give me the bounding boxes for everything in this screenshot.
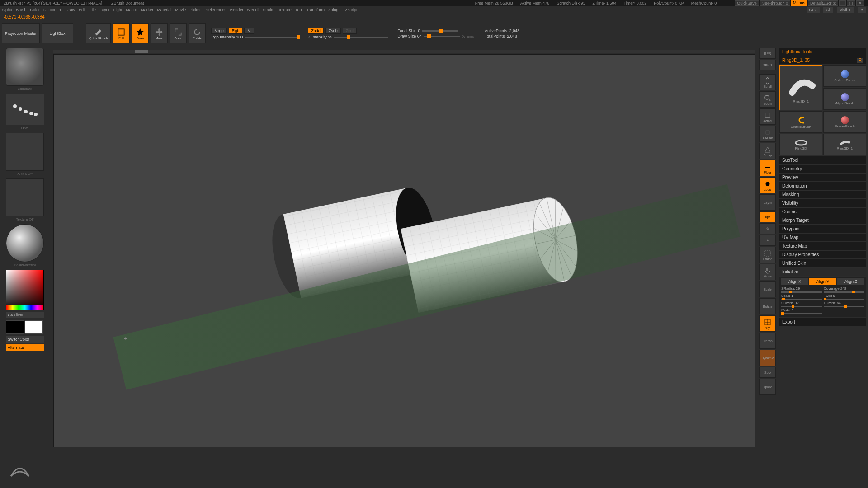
- align-x-button[interactable]: Align X: [781, 278, 808, 285]
- close-icon[interactable]: ✕: [856, 0, 864, 6]
- align-y-button[interactable]: Align Y: [809, 278, 836, 285]
- gradient-button[interactable]: Gradient: [6, 312, 44, 318]
- menu-stencil[interactable]: Stencil: [247, 8, 259, 12]
- menu-brush[interactable]: Brush: [16, 8, 27, 12]
- color-picker[interactable]: [6, 270, 44, 310]
- lightbox-tools-header[interactable]: Lightbox› Tools: [779, 48, 866, 56]
- secondary-color-swatch[interactable]: [6, 320, 24, 334]
- tool-name-display[interactable]: Ring3D_1. 35R: [779, 56, 866, 64]
- menus-button[interactable]: Menus: [791, 0, 807, 6]
- seethrough-slider[interactable]: See-through 0: [760, 0, 790, 6]
- tool-ring3d[interactable]: Ring3D: [779, 134, 822, 155]
- sdivide-slider[interactable]: [781, 306, 822, 307]
- menu-stroke[interactable]: Stroke: [263, 8, 274, 12]
- solo-button[interactable]: Solo: [760, 367, 776, 378]
- viewport[interactable]: +: [53, 54, 755, 447]
- section-uv-map[interactable]: UV Map: [779, 234, 866, 241]
- section-unified-skin[interactable]: Unified Skin: [779, 259, 866, 267]
- menu-picker[interactable]: Picker: [189, 8, 201, 12]
- menu-zplugin[interactable]: Zplugin: [328, 8, 342, 12]
- section-contact[interactable]: Contact: [779, 208, 866, 216]
- menu-macro[interactable]: Macro: [126, 8, 137, 12]
- spix-slider[interactable]: SPix 3: [760, 60, 776, 70]
- section-morph-target[interactable]: Morph Target: [779, 216, 866, 224]
- goz-r-button[interactable]: R: [858, 7, 867, 13]
- scale-button[interactable]: Scale: [170, 23, 187, 43]
- menu-transform[interactable]: Transform: [306, 8, 325, 12]
- primary-color-swatch[interactable]: [25, 320, 43, 334]
- dynamic-button[interactable]: Dynamic: [760, 350, 776, 366]
- stroke-thumbnail[interactable]: [6, 94, 44, 125]
- goz-all-button[interactable]: All: [823, 7, 833, 13]
- xyz-button[interactable]: Xpz: [760, 211, 776, 222]
- menu-layer[interactable]: Layer: [99, 8, 110, 12]
- section-export[interactable]: Export: [779, 318, 866, 326]
- section-texture-map[interactable]: Texture Map: [779, 242, 866, 250]
- material-thumbnail[interactable]: [6, 224, 44, 262]
- menu-light[interactable]: Light: [113, 8, 123, 12]
- dynamic-label[interactable]: Dynamic: [462, 35, 474, 38]
- m-button[interactable]: M: [244, 28, 254, 34]
- move-button[interactable]: Move: [151, 23, 168, 43]
- goz-visible-button[interactable]: Visible: [837, 7, 854, 13]
- menu-draw[interactable]: Draw: [66, 8, 75, 12]
- z-intensity-slider[interactable]: [334, 37, 388, 38]
- tool-ring3d-1[interactable]: Ring3D_1: [779, 65, 822, 110]
- xpose-button[interactable]: Xpose: [760, 379, 776, 395]
- local-button[interactable]: Local: [760, 177, 776, 193]
- aahalf-button[interactable]: AAHalf: [760, 126, 776, 142]
- menu-preferences[interactable]: Preferences: [204, 8, 226, 12]
- maximize-icon[interactable]: ▢: [847, 0, 855, 6]
- coverage-slider[interactable]: [824, 291, 864, 293]
- menu-movie[interactable]: Movie: [175, 8, 186, 12]
- floor-button[interactable]: Floor: [760, 160, 776, 176]
- frame-button[interactable]: Frame: [760, 247, 776, 263]
- menu-document[interactable]: Document: [43, 8, 62, 12]
- rotate-view-button[interactable]: Rotate: [760, 298, 776, 314]
- brush-thumbnail[interactable]: [6, 48, 44, 86]
- timeline-ruler[interactable]: [53, 50, 755, 53]
- menu-render[interactable]: Render: [230, 8, 244, 12]
- zsub-button[interactable]: Zsub: [326, 28, 341, 34]
- mrgb-button[interactable]: Mrgb: [211, 28, 227, 34]
- menu-tool[interactable]: Tool: [295, 8, 303, 12]
- tool-spherebrush[interactable]: SphereBrush: [823, 65, 866, 87]
- scale-view-button[interactable]: Scale: [760, 281, 776, 297]
- scale-slider[interactable]: [781, 299, 822, 300]
- edit-button[interactable]: Edit: [113, 23, 130, 43]
- rotate-button[interactable]: Rotate: [189, 23, 206, 43]
- section-visibility[interactable]: Visibility: [779, 199, 866, 207]
- lsym-button[interactable]: LSym: [760, 194, 776, 211]
- section-preview[interactable]: Preview: [779, 174, 866, 181]
- menu-color[interactable]: Color: [30, 8, 40, 12]
- sradius-slider[interactable]: [781, 291, 822, 293]
- center-button[interactable]: ⊙: [760, 223, 776, 234]
- default-script[interactable]: DefaultZScript: [808, 0, 838, 6]
- align-z-button[interactable]: Align Z: [837, 278, 864, 285]
- zcut-button[interactable]: Zcut: [343, 28, 357, 34]
- scroll-button[interactable]: Scroll: [760, 74, 776, 90]
- switch-color-button[interactable]: SwitchColor: [6, 336, 44, 343]
- section-polypaint[interactable]: Polypaint: [779, 225, 866, 233]
- lightbox-button[interactable]: LightBox: [42, 23, 73, 43]
- projection-master-button[interactable]: Projection Master: [2, 23, 40, 43]
- minimize-icon[interactable]: _: [839, 0, 846, 6]
- texture-thumbnail[interactable]: [6, 178, 44, 216]
- zoom-plus-button[interactable]: +: [760, 235, 776, 246]
- alternate-button[interactable]: Alternate: [6, 344, 44, 351]
- rgb-intensity-slider[interactable]: [245, 37, 299, 38]
- tool-alphabrush[interactable]: AlphaBrush: [823, 88, 866, 110]
- menu-marker[interactable]: Marker: [141, 8, 153, 12]
- zoom-button[interactable]: Zoom: [760, 91, 776, 108]
- zadd-button[interactable]: Zadd: [308, 28, 324, 34]
- menu-alpha[interactable]: Alpha: [2, 8, 12, 12]
- twist-slider[interactable]: [824, 299, 864, 300]
- polyf-button[interactable]: PolyF: [760, 315, 776, 332]
- menu-texture[interactable]: Texture: [278, 8, 292, 12]
- menu-material[interactable]: Material: [157, 8, 171, 12]
- alpha-thumbnail[interactable]: [6, 133, 44, 171]
- transp-button[interactable]: Transp: [760, 333, 776, 349]
- hue-strip[interactable]: [6, 305, 43, 310]
- menu-edit[interactable]: Edit: [79, 8, 86, 12]
- section-geometry[interactable]: Geometry: [779, 165, 866, 173]
